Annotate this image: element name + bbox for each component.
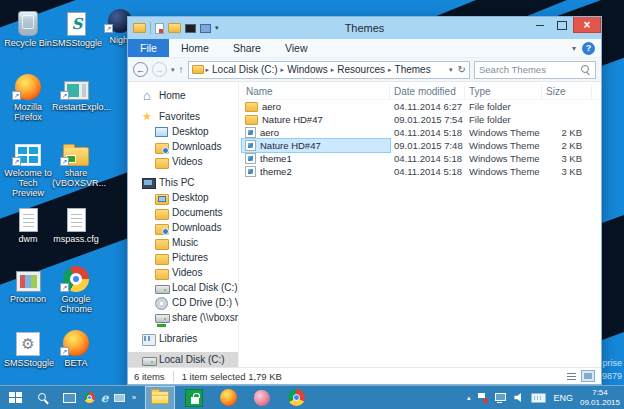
desktop-icon-dwm[interactable]: dwm — [4, 202, 52, 244]
sidebar-item-videos[interactable]: Videos — [128, 154, 238, 169]
taskbar-store[interactable] — [179, 386, 209, 409]
sidebar-item-desktop[interactable]: Desktop — [128, 190, 238, 205]
desktop-icon-mspass-cfg[interactable]: mspass.cfg — [52, 202, 100, 244]
sidebar-item-label: Local Disk (C:) — [159, 354, 225, 365]
sidebar-item-label: Home — [159, 90, 186, 101]
desktop-icon-share-vboxsvr[interactable]: share(VBOXSVR... — [52, 136, 100, 188]
desktop-icon-beta[interactable]: BETA — [52, 326, 100, 368]
taskbar-chrome[interactable] — [281, 386, 311, 409]
search-box[interactable] — [474, 61, 596, 79]
back-button[interactable]: ← — [133, 62, 148, 77]
show-hidden-icons[interactable]: ▴ — [467, 394, 471, 402]
search-input[interactable] — [479, 64, 581, 75]
address-dropdown-icon[interactable]: ▾ — [449, 66, 453, 74]
quicklaunch-overflow[interactable]: » — [127, 386, 141, 409]
sidebar-item-local-disk-c[interactable]: Local Disk (C:) — [128, 280, 238, 295]
sidebar-item-home[interactable]: Home — [128, 88, 238, 103]
start-button[interactable] — [0, 386, 30, 409]
sidebar-item-documents[interactable]: Documents — [128, 205, 238, 220]
sidebar-item-favorites[interactable]: Favorites — [128, 109, 238, 124]
taskbar-file-explorer[interactable] — [145, 386, 175, 409]
ribbon-expand-icon[interactable]: ▾ — [572, 44, 576, 53]
sidebar-item-libraries[interactable]: Libraries — [128, 331, 238, 346]
sidebar-item-downloads[interactable]: Downloads — [128, 139, 238, 154]
column-header-size[interactable]: Size — [542, 85, 592, 99]
desktop-icon-google-chrome[interactable]: GoogleChrome — [52, 262, 100, 314]
file-row-aero[interactable]: aero04.11.2014 6:27File folder — [242, 100, 601, 113]
column-header-date-modified[interactable]: Date modified — [390, 85, 465, 99]
network-icon[interactable] — [495, 393, 507, 403]
title-bar[interactable]: ▾ Themes — [128, 17, 601, 39]
tab-file[interactable]: File — [128, 39, 169, 57]
column-header-name[interactable]: Name — [242, 85, 390, 99]
sidebar-item-label: CD Drive (D:) Virtu — [172, 297, 239, 308]
file-row-theme2[interactable]: theme204.11.2014 5:18Windows Theme ...3 … — [242, 165, 601, 178]
forward-button[interactable]: → — [152, 62, 167, 77]
breadcrumb-item-resources[interactable]: Resources — [337, 64, 385, 75]
app-icon[interactable] — [200, 24, 211, 33]
details-view-icon[interactable] — [565, 371, 578, 382]
file-name: aero — [262, 101, 281, 112]
sidebar-item-cd-drive-d-virtu[interactable]: CD Drive (D:) Virtu — [128, 295, 238, 310]
search-icon — [37, 392, 49, 404]
taskbar-firefox[interactable] — [213, 386, 243, 409]
file-list: NameDate modifiedTypeSize aero04.11.2014… — [239, 82, 601, 367]
sidebar-item-desktop[interactable]: Desktop — [128, 124, 238, 139]
minimize-button[interactable] — [529, 17, 551, 33]
sidebar-item-pictures[interactable]: Pictures — [128, 250, 238, 265]
house-icon — [142, 90, 155, 102]
language-indicator[interactable]: ENG — [553, 393, 573, 403]
sidebar-item-local-disk-c[interactable]: Local Disk (C:) — [128, 352, 238, 367]
desktop-icon-smsstoggle[interactable]: SMSStoggle — [52, 6, 100, 48]
thumbnail-view-icon[interactable] — [581, 370, 595, 382]
sidebar-item-music[interactable]: Music — [128, 235, 238, 250]
desktop-icon-restartexplo[interactable]: RestartExplo... — [52, 70, 100, 112]
help-icon[interactable]: ? — [582, 42, 595, 55]
task-view-button[interactable] — [56, 386, 82, 409]
file-date: 09.01.2015 7:54 — [390, 114, 465, 125]
file-row-nature-hd-47[interactable]: Nature HD#4709.01.2015 7:54File folder — [242, 113, 601, 126]
location-folder-icon — [192, 65, 204, 74]
desktop-icon-smsstoggle[interactable]: SMSStoggle — [4, 326, 52, 368]
taskbar-app-pink[interactable] — [247, 386, 277, 409]
breadcrumb-item-themes[interactable]: Themes — [395, 64, 431, 75]
desktop-icon-mozilla-firefox[interactable]: MozillaFirefox — [4, 70, 52, 122]
column-header-type[interactable]: Type — [465, 85, 542, 99]
quicklaunch-ie[interactable]: e — [97, 386, 112, 409]
tab-home[interactable]: Home — [169, 39, 221, 57]
sidebar-item-downloads[interactable]: Downloads — [128, 220, 238, 235]
new-folder-icon[interactable] — [168, 23, 181, 33]
quicklaunch-app[interactable] — [112, 386, 127, 409]
close-button[interactable] — [573, 17, 601, 33]
sidebar-item-label: This PC — [159, 177, 195, 188]
maximize-button[interactable] — [551, 17, 573, 33]
breadcrumb-item-local-disk-c[interactable]: Local Disk (C:) — [212, 64, 278, 75]
file-row-aero[interactable]: aero04.11.2014 5:18Windows Theme ...2 KB — [242, 126, 601, 139]
console-icon[interactable] — [185, 24, 196, 33]
breadcrumb-item-windows[interactable]: Windows — [287, 64, 328, 75]
file-row-theme1[interactable]: theme104.11.2014 5:18Windows Theme ...3 … — [242, 152, 601, 165]
properties-icon[interactable] — [155, 23, 164, 34]
desktop-icon-recycle-bin[interactable]: Recycle Bin — [4, 6, 52, 48]
breadcrumb[interactable]: ▸Local Disk (C:)▸Windows▸Resources▸Theme… — [188, 61, 470, 79]
refresh-icon[interactable]: ↻ — [458, 64, 466, 75]
breadcrumb-separator-icon: ▸ — [206, 66, 210, 74]
touch-keyboard-icon[interactable] — [531, 393, 546, 403]
sidebar-item-share-vboxsrv[interactable]: share (\\vboxsrv) — [128, 310, 238, 325]
action-center-icon[interactable] — [477, 392, 488, 403]
sidebar-item-this-pc[interactable]: This PC — [128, 175, 238, 190]
volume-icon[interactable] — [514, 393, 524, 403]
desktop-icon-procmon[interactable]: Procmon — [4, 262, 52, 304]
quicklaunch-chrome[interactable] — [82, 386, 97, 409]
up-button[interactable]: ↑ — [179, 64, 184, 75]
taskbar-search-button[interactable] — [30, 386, 56, 409]
file-row-nature-hd-47[interactable]: Nature HD#4709.01.2015 7:48Windows Theme… — [242, 139, 601, 152]
desktop-icon-welcome-to-tech-preview[interactable]: Welcome toTech Preview — [4, 136, 52, 198]
clock[interactable]: 7:54 09.01.2015 — [580, 388, 620, 407]
tab-view[interactable]: View — [273, 39, 320, 57]
recent-locations-icon[interactable]: ▾ — [171, 66, 175, 74]
tab-share[interactable]: Share — [221, 39, 273, 57]
sidebar-item-label: Videos — [172, 156, 202, 167]
qat-dropdown-icon[interactable]: ▾ — [215, 24, 219, 32]
sidebar-item-videos[interactable]: Videos — [128, 265, 238, 280]
